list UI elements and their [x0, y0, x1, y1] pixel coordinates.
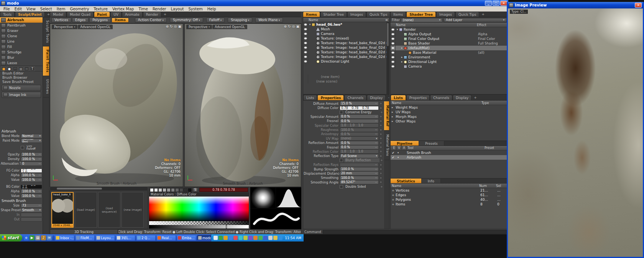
visibility-eye-icon[interactable]: [391, 64, 396, 69]
value-field[interactable]: 0.0 %: [340, 114, 379, 119]
add-layer-button[interactable]: Add Layer: [444, 18, 507, 22]
tool-prop-row[interactable]: Blend Mode Normal: [1, 134, 42, 138]
panel-tab[interactable]: Images: [436, 12, 455, 17]
tray-icon[interactable]: [268, 236, 273, 240]
shader-layer-row[interactable]: ▸ Environment: [391, 55, 508, 60]
close-button[interactable]: ✕: [500, 1, 507, 6]
brush-panel-link[interactable]: Save Brush Preset: [0, 80, 43, 84]
menu-item[interactable]: Help: [205, 7, 219, 11]
item-row[interactable]: ▾ head_06.lwo*: [303, 22, 389, 27]
close-button[interactable]: ✕: [635, 3, 642, 8]
checkbox[interactable]: [340, 159, 343, 162]
material-prop-row[interactable]: Diffuse Color 0.78 0.78 0.78: [304, 106, 383, 110]
visibility-eye-icon[interactable]: [391, 27, 396, 32]
value-field[interactable]: Smooth: [21, 208, 42, 212]
material-prop-row[interactable]: Reflection Rays: [304, 162, 383, 167]
gray-swatch[interactable]: [171, 188, 175, 192]
tray-icon[interactable]: [238, 236, 243, 240]
visibility-eye-icon[interactable]: [391, 46, 396, 50]
item-row[interactable]: Texture: Image: head_bake_final_02d (5): [303, 50, 389, 55]
panel-scrollbar[interactable]: [386, 22, 389, 94]
tool-prop-row[interactable]: Use Falloff: [1, 145, 42, 150]
toolbar-dropdown[interactable]: Snapping: [228, 18, 252, 23]
quick-launch-icon[interactable]: ▶: [30, 235, 34, 240]
expand-arrow-icon[interactable]: ▾: [396, 28, 399, 31]
value-field[interactable]: 0.0 %: [340, 145, 379, 149]
viewport-right[interactable]: Perspective▾ Advanced OpenGL ⊕↻◎▣ No Ite…: [184, 23, 301, 187]
panel-tab[interactable]: Items: [390, 12, 406, 17]
viewport-shading-tab[interactable]: Advanced OpenGL: [78, 25, 113, 29]
value-field[interactable]: Normal Proj ...: [21, 139, 42, 143]
add-tab-button[interactable]: +: [162, 12, 169, 17]
layout-tab[interactable]: Paint: [94, 12, 110, 17]
layout-tab[interactable]: Tools: [0, 12, 15, 17]
value-field[interactable]: 20 mm: [340, 171, 379, 175]
statistics-row[interactable]: Edges 61... ...: [391, 193, 508, 197]
layout-tab[interactable]: UV: [110, 12, 122, 17]
paint-tool-item[interactable]: Smudge: [0, 50, 43, 55]
quick-launch-icon[interactable]: e: [24, 235, 29, 240]
value-field[interactable]: 89.5247°: [340, 180, 379, 184]
vertical-tab[interactable]: Utilities: [43, 76, 49, 98]
value-field[interactable]: 0.0 %: [340, 119, 379, 123]
tray-icon[interactable]: [243, 236, 248, 240]
visibility-eye-icon[interactable]: [303, 50, 308, 55]
visibility-eye-icon[interactable]: [303, 55, 308, 59]
value-field[interactable]: 100.0 %: [21, 152, 42, 157]
visibility-eye-icon[interactable]: [391, 55, 396, 60]
brush-panel-link[interactable]: Brush Browser: [0, 76, 43, 80]
command-input[interactable]: [323, 230, 507, 234]
menu-item[interactable]: Layout: [168, 7, 186, 11]
material-prop-row[interactable]: Smoothing 100.0 %: [304, 176, 383, 180]
envelope-button[interactable]: [380, 115, 382, 118]
panel-tab[interactable]: Properties: [317, 95, 344, 100]
envelope-button[interactable]: [380, 159, 383, 162]
value-field[interactable]: [21, 213, 42, 217]
hue-saturation-area[interactable]: [149, 197, 249, 221]
value-field[interactable]: [21, 217, 42, 222]
statistics-row[interactable]: Vertices 21... ...: [391, 188, 508, 193]
add-tab-button[interactable]: +: [472, 95, 479, 100]
quick-launch-icon[interactable]: ▤: [35, 235, 40, 240]
menu-item[interactable]: File: [1, 7, 12, 11]
scrollbar-handle[interactable]: [57, 188, 102, 190]
envelope-button[interactable]: [380, 124, 382, 127]
quick-launch-icon[interactable]: ✉: [47, 235, 52, 240]
envelope-button[interactable]: [380, 177, 382, 179]
taskbar-task-button[interactable]: FileM...: [75, 235, 95, 241]
visibility-eye-icon[interactable]: [303, 59, 308, 64]
window-titlebar[interactable]: Image Preview ✕: [508, 2, 643, 8]
tool-prop-row[interactable]: Value 100.0 %: [1, 194, 42, 198]
item-row[interactable]: (new item): [303, 74, 389, 79]
envelope-button[interactable]: [380, 111, 383, 114]
pipeline-tab[interactable]: Pipeline: [391, 141, 419, 146]
tray-icon[interactable]: [228, 236, 233, 240]
panel-tab[interactable]: Display: [367, 95, 386, 100]
panel-tab[interactable]: Display: [453, 95, 472, 100]
paint-tool-item[interactable]: Line: [0, 39, 43, 44]
gray-swatch[interactable]: [167, 188, 171, 192]
value-field[interactable]: 1.0 1.0 1.0: [21, 169, 42, 173]
visibility-eye-icon[interactable]: [303, 74, 308, 79]
viewport-control-icon[interactable]: ▣: [178, 25, 181, 28]
brush-prop-row[interactable]: In: [1, 212, 42, 217]
value-field[interactable]: 0.0 0.0 0.0: [21, 185, 42, 189]
taskbar-task-button[interactable]: Emba...: [177, 235, 196, 241]
quick-launch-icon[interactable]: ♪: [41, 235, 46, 240]
texture-preview-image[interactable]: Type: Cl...: [508, 8, 643, 257]
envelope-button[interactable]: [380, 107, 382, 109]
add-tab-button[interactable]: +: [480, 12, 486, 17]
list-options-icon[interactable]: ≡: [385, 18, 388, 22]
viewport-type-tab[interactable]: Perspective▾: [186, 25, 212, 29]
value-field[interactable]: 100.0 %: [21, 173, 42, 177]
value-field[interactable]: 100.0 %: [21, 178, 42, 182]
component-mode-button[interactable]: Items: [112, 18, 129, 23]
layout-tab[interactable]: Model: [50, 12, 66, 17]
tool-prop-row[interactable]: Alpha 100.0 %: [1, 189, 42, 194]
statistics-tab[interactable]: Statistics: [391, 179, 422, 183]
panel-tab[interactable]: Shader Tree: [406, 12, 436, 17]
expand-arrow-icon[interactable]: ▸: [400, 46, 404, 50]
value-field[interactable]: 100.0 %: [21, 157, 42, 161]
visibility-eye-icon[interactable]: [303, 27, 308, 31]
taskbar-task-button[interactable]: Real...: [156, 235, 176, 241]
